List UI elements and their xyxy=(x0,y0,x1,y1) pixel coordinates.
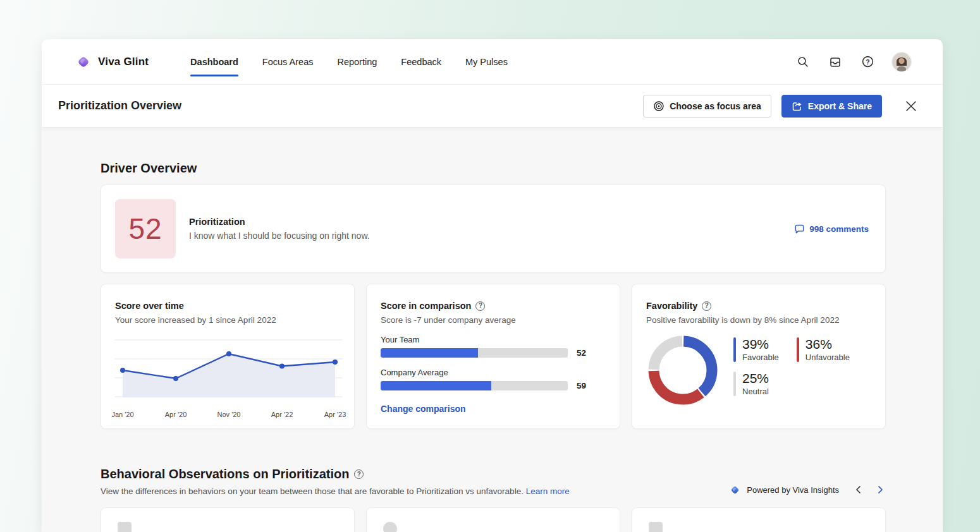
legend-pct: 36% xyxy=(805,337,850,351)
tab-focus-areas[interactable]: Focus Areas xyxy=(262,39,314,85)
behavioral-card xyxy=(632,507,886,532)
score-over-time-subtitle: Your score increased by 1 since April 20… xyxy=(115,315,341,325)
driver-name: Prioritization xyxy=(189,217,370,227)
behavioral-card xyxy=(101,507,355,532)
avatar[interactable] xyxy=(892,52,911,71)
legend-label: Favorable xyxy=(742,353,779,362)
legend-color-bar xyxy=(733,372,736,396)
search-icon[interactable] xyxy=(795,54,811,70)
inbox-icon[interactable] xyxy=(828,54,843,70)
driver-description: I know what I should be focusing on righ… xyxy=(189,231,370,241)
x-tick-label: Apr '20 xyxy=(165,411,187,418)
score-over-time-chart: Jan '20 Apr '20 Nov '20 Apr '22 Apr '23 xyxy=(115,334,343,421)
bar-label: Your Team xyxy=(381,335,606,344)
brand: Viva Glint xyxy=(76,54,149,70)
bar-label: Company Average xyxy=(381,368,606,377)
driver-meta: Prioritization I know what I should be f… xyxy=(189,217,370,241)
desktop-background: Viva Glint Dashboard Focus Areas Reporti… xyxy=(0,0,980,532)
legend-label: Unfavorable xyxy=(805,353,850,362)
metric-cards-row: Score over time Your score increased by … xyxy=(101,284,886,429)
chevron-right-icon[interactable] xyxy=(874,484,886,495)
driver-overview-heading: Driver Overview xyxy=(101,161,886,176)
driver-card: 52 Prioritization I know what I should b… xyxy=(101,184,886,273)
header-actions: Choose as focus area Export & Share xyxy=(643,95,920,118)
brand-name: Viva Glint xyxy=(98,56,149,68)
x-tick-label: Apr '23 xyxy=(324,411,346,418)
choose-focus-area-label: Choose as focus area xyxy=(670,101,761,111)
favorability-legend: 39% Favorable 36% Unfavorable xyxy=(733,337,850,396)
x-tick-label: Jan '20 xyxy=(111,411,133,418)
comparison-bar-your-team: Your Team 52 xyxy=(381,335,606,358)
favorability-card: Favorability ? Positive favorability is … xyxy=(632,284,886,429)
driver-score: 52 xyxy=(128,212,162,246)
placeholder-icon xyxy=(649,522,663,532)
bar-track xyxy=(381,348,568,358)
viva-glint-window: Viva Glint Dashboard Focus Areas Reporti… xyxy=(42,39,943,532)
top-navbar: Viva Glint Dashboard Focus Areas Reporti… xyxy=(42,39,943,85)
comments-link[interactable]: 998 comments xyxy=(794,224,869,234)
legend-item-favorable: 39% Favorable xyxy=(733,337,779,362)
tab-dashboard[interactable]: Dashboard xyxy=(190,39,238,85)
change-comparison-link[interactable]: Change comparison xyxy=(381,404,466,414)
tab-my-pulses[interactable]: My Pulses xyxy=(465,39,508,85)
tab-feedback[interactable]: Feedback xyxy=(401,39,441,85)
dashboard-content: Driver Overview 52 Prioritization I know… xyxy=(42,128,943,532)
bar-fill xyxy=(381,348,478,358)
bar-track xyxy=(381,381,568,390)
legend-item-unfavorable: 36% Unfavorable xyxy=(797,337,850,362)
bar-fill xyxy=(381,381,491,390)
help-icon[interactable]: ? xyxy=(860,54,875,70)
page-title: Prioritization Overview xyxy=(58,99,181,112)
close-icon[interactable] xyxy=(902,97,920,115)
tab-reporting[interactable]: Reporting xyxy=(337,39,377,85)
legend-pct: 25% xyxy=(742,372,769,385)
legend-pct: 39% xyxy=(742,337,779,351)
target-icon xyxy=(653,100,665,112)
line-chart-svg xyxy=(115,334,343,404)
bar-value: 59 xyxy=(577,381,586,390)
export-share-label: Export & Share xyxy=(808,101,872,111)
favorability-donut-chart xyxy=(647,335,718,406)
chevron-left-icon[interactable] xyxy=(853,484,864,495)
legend-color-bar xyxy=(797,337,799,362)
placeholder-icon xyxy=(383,522,397,532)
powered-by-viva-insights: Powered by Viva Insights xyxy=(730,484,886,496)
legend-color-bar xyxy=(733,337,736,362)
share-icon xyxy=(792,100,803,112)
favorability-title: Favorability xyxy=(646,301,697,311)
score-over-time-title: Score over time xyxy=(115,301,184,311)
behavioral-subtitle-text: View the differences in behaviors on you… xyxy=(101,487,524,496)
page-header: Prioritization Overview Choose as focus … xyxy=(42,85,943,128)
comment-icon xyxy=(794,224,805,234)
behavioral-help-icon[interactable]: ? xyxy=(354,469,364,479)
score-in-comparison-title: Score in comparison xyxy=(381,301,471,311)
nav-tabs: Dashboard Focus Areas Reporting Feedback… xyxy=(190,39,508,85)
score-over-time-card: Score over time Your score increased by … xyxy=(101,284,355,429)
powered-by-label: Powered by Viva Insights xyxy=(747,485,839,495)
favorability-subtitle: Positive favorability is down by 8% sinc… xyxy=(646,315,872,325)
svg-text:?: ? xyxy=(866,58,869,66)
choose-focus-area-button[interactable]: Choose as focus area xyxy=(643,95,771,118)
x-tick-label: Apr '22 xyxy=(271,411,293,418)
favorability-help-icon[interactable]: ? xyxy=(702,301,711,311)
nav-actions: ? xyxy=(795,52,911,71)
behavioral-card xyxy=(366,507,620,532)
score-in-comparison-card: Score in comparison ? Score is -7 under … xyxy=(366,284,620,429)
x-tick-label: Nov '20 xyxy=(217,411,241,418)
behavioral-cards-row xyxy=(101,507,886,532)
score-in-comparison-subtitle: Score is -7 under company average xyxy=(381,315,606,325)
behavioral-section-header: Behavioral Observations on Prioritizatio… xyxy=(101,467,886,496)
comparison-bar-company-average: Company Average 59 xyxy=(381,368,606,390)
viva-glint-logo-icon xyxy=(76,54,91,70)
viva-insights-logo-icon xyxy=(730,485,740,495)
export-share-button[interactable]: Export & Share xyxy=(781,95,882,118)
placeholder-icon xyxy=(118,522,132,532)
bar-value: 52 xyxy=(577,348,586,358)
comparison-help-icon[interactable]: ? xyxy=(475,301,485,311)
driver-score-box: 52 xyxy=(115,199,176,258)
legend-item-neutral: 25% Neutral xyxy=(733,372,779,396)
learn-more-link[interactable]: Learn more xyxy=(526,487,570,496)
line-chart-x-labels: Jan '20 Apr '20 Nov '20 Apr '22 Apr '23 xyxy=(115,411,343,421)
behavioral-heading: Behavioral Observations on Prioritizatio… xyxy=(101,467,349,481)
legend-label: Neutral xyxy=(742,387,769,396)
